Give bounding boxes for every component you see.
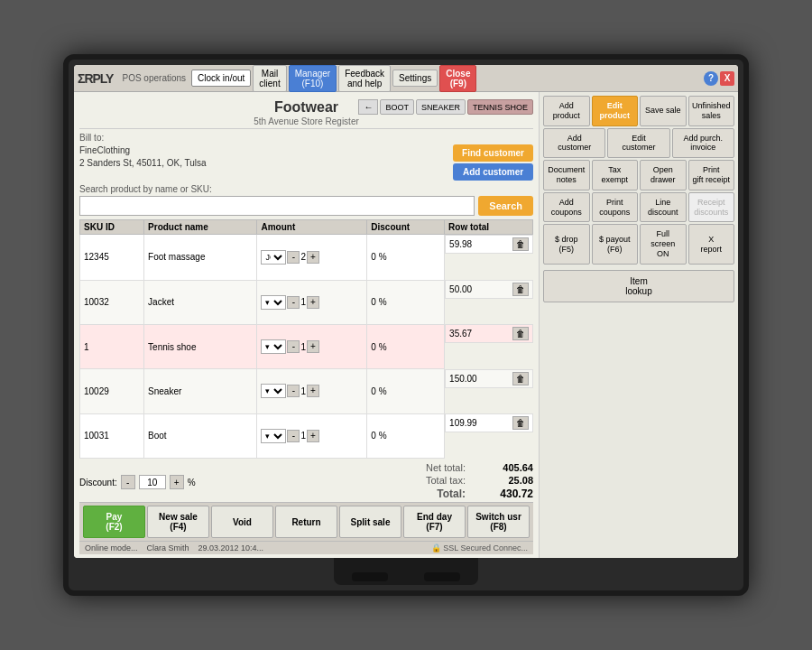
table-row: 10029 Sneaker ▾ - 1 + 0 % 150.00 🗑	[80, 369, 533, 413]
add-customer-button[interactable]: Addcustomer	[543, 128, 605, 159]
delete-row-button[interactable]: 🗑	[512, 372, 529, 385]
feedback-button[interactable]: Feedbackand help	[338, 65, 391, 92]
qty-minus[interactable]: -	[287, 296, 300, 309]
save-sale-button[interactable]: Save sale	[640, 96, 687, 126]
qty-minus[interactable]: -	[287, 430, 300, 442]
qty-select[interactable]: ▾	[261, 384, 286, 398]
full-screen-on-button[interactable]: Full screenON	[640, 224, 687, 264]
unfinished-sales-button[interactable]: Unfinishedsales	[688, 96, 735, 126]
add-customer-button[interactable]: Add customer	[453, 163, 533, 181]
col-name: Product name	[144, 220, 257, 235]
open-drawer-button[interactable]: Opendrawer	[640, 160, 687, 190]
add-product-button[interactable]: Add product	[543, 96, 590, 126]
discount-unit: %	[188, 478, 196, 488]
table-row: 10032 Jacket ▾ - 1 + 0 % 50.00 🗑	[80, 280, 533, 324]
nav-back-button[interactable]: ←	[358, 99, 378, 115]
qty-minus[interactable]: -	[287, 251, 300, 264]
qty-plus[interactable]: +	[307, 251, 319, 264]
switch-usr-f8-button[interactable]: Switch usr(F8)	[467, 506, 530, 538]
tax-label: Total tax:	[426, 475, 466, 486]
delete-row-button[interactable]: 🗑	[512, 327, 529, 340]
cell-total: 150.00 🗑	[445, 369, 532, 388]
cell-discount: 0 %	[367, 324, 445, 368]
help-icon[interactable]: ?	[704, 71, 718, 86]
tax-value: 25.08	[484, 475, 533, 486]
qty-plus[interactable]: +	[307, 296, 319, 309]
qty-minus[interactable]: -	[287, 385, 300, 397]
search-label: Search product by name or SKU:	[79, 184, 533, 194]
monitor: ΣRPLY POS operations Clock in/out Mailcl…	[63, 54, 749, 596]
receipt-discounts-button[interactable]: Receiptdiscounts	[688, 192, 735, 223]
end-day-f7-button[interactable]: End day(F7)	[403, 506, 466, 538]
net-total-row: Net total: 405.64	[353, 462, 533, 473]
cell-sku: 10031	[80, 413, 144, 458]
qty-value: 2	[300, 252, 306, 262]
close-x-icon[interactable]: X	[720, 71, 734, 86]
qty-plus[interactable]: +	[307, 385, 319, 397]
add-coupons-button[interactable]: Addcoupons	[543, 192, 590, 223]
split-sale-button[interactable]: Split sale	[339, 506, 401, 538]
discount-row: Discount: - + % Net total: 405.64 Total …	[79, 462, 533, 502]
col-total: Row total	[445, 220, 533, 235]
bill-to-label: Bill to:	[79, 133, 533, 143]
main-content: Footwear 5th Avenue Store Register ← BOO…	[74, 92, 738, 558]
delete-row-button[interactable]: 🗑	[512, 283, 529, 296]
customer-buttons: Find customer Add customer	[453, 144, 533, 181]
qty-select[interactable]: ▾	[261, 429, 286, 443]
find-customer-button[interactable]: Find customer	[453, 144, 533, 162]
settings-button[interactable]: Settings	[392, 70, 438, 87]
$-drop-(f5)-button[interactable]: $ drop(F5)	[543, 224, 590, 264]
qty-minus[interactable]: -	[287, 340, 300, 353]
qty-plus[interactable]: +	[307, 340, 319, 353]
screen: ΣRPLY POS operations Clock in/out Mailcl…	[74, 65, 738, 558]
pos-ops-label: POS operations	[122, 73, 186, 83]
customer-address: 2 Sanders St, 45011, OK, Tulsa	[79, 157, 448, 170]
x-report-button[interactable]: Xreport	[688, 224, 735, 264]
search-input[interactable]	[79, 196, 475, 216]
discount-minus-button[interactable]: -	[121, 475, 135, 489]
qty-plus[interactable]: +	[307, 430, 319, 442]
print-gift-receipt-button[interactable]: Printgift receipt	[688, 160, 735, 190]
qty-select[interactable]: JC	[261, 250, 286, 265]
ssl-text: SSL Secured Connec...	[443, 543, 528, 552]
boot-tab[interactable]: BOOT	[380, 99, 414, 115]
qty-select[interactable]: ▾	[261, 295, 286, 310]
mail-button[interactable]: Mailclient	[253, 65, 286, 92]
customer-name: FineClothing	[79, 144, 448, 157]
clock-button[interactable]: Clock in/out	[191, 70, 251, 87]
pay-f2-button[interactable]: Pay(F2)	[83, 506, 145, 538]
return-button[interactable]: Return	[275, 506, 337, 538]
add-purch.-invoice-button[interactable]: Add purch.invoice	[672, 128, 734, 159]
manager-button[interactable]: Manager(F10)	[289, 65, 337, 92]
stand-foot-right	[424, 572, 460, 581]
void-button[interactable]: Void	[211, 506, 273, 538]
discount-plus-button[interactable]: +	[170, 475, 184, 489]
qty-select[interactable]: ▾	[261, 339, 286, 354]
cell-discount: 0 %	[367, 413, 445, 458]
qty-value: 1	[300, 297, 306, 307]
$-payout-(f6)-button[interactable]: $ payout(F6)	[592, 224, 639, 264]
rp-row-2: DocumentnotesTaxexemptOpendrawerPrintgif…	[543, 160, 734, 190]
document-notes-button[interactable]: Documentnotes	[543, 160, 590, 190]
edit-customer-button[interactable]: Editcustomer	[607, 128, 669, 159]
delete-row-button[interactable]: 🗑	[512, 237, 529, 251]
search-button[interactable]: Search	[478, 196, 533, 216]
cell-total: 109.99 🗑	[445, 413, 532, 432]
search-row: Search	[79, 196, 533, 216]
status-bar: Online mode... Clara Smith 29.03.2012 10…	[79, 541, 533, 554]
cell-qty: ▾ - 1 +	[257, 413, 367, 458]
new-sale-f4-button[interactable]: New sale(F4)	[147, 506, 209, 538]
print-coupons-button[interactable]: Printcoupons	[592, 192, 639, 223]
tax-exempt-button[interactable]: Taxexempt	[592, 160, 639, 190]
item-lookup-button[interactable]: Itemlookup	[543, 270, 734, 302]
sneaker-tab[interactable]: SNEAKER	[416, 99, 466, 115]
store-title: Footwear	[274, 99, 338, 115]
delete-row-button[interactable]: 🗑	[512, 416, 529, 430]
lock-icon: 🔒	[431, 543, 441, 552]
cell-discount: 0 %	[367, 235, 445, 281]
close-button[interactable]: Close(F9)	[439, 65, 476, 92]
line-discount-button[interactable]: Linediscount	[640, 192, 687, 223]
discount-input[interactable]	[139, 475, 166, 489]
edit-product-button[interactable]: Editproduct	[592, 96, 639, 126]
tennis-shoe-tab[interactable]: TENNIS SHOE	[467, 99, 533, 115]
